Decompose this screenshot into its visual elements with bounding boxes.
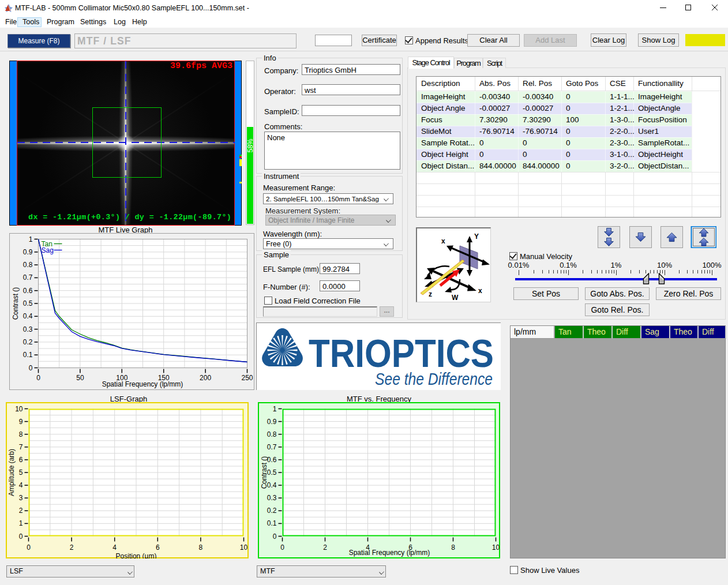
svg-text:2: 2 bbox=[70, 543, 74, 552]
svg-text:0.3: 0.3 bbox=[23, 325, 33, 333]
svg-text:z: z bbox=[429, 290, 432, 298]
svg-text:0.7: 0.7 bbox=[23, 273, 33, 282]
svg-text:9: 9 bbox=[19, 418, 23, 426]
svg-text:0: 0 bbox=[273, 532, 277, 541]
svg-text:1: 1 bbox=[273, 405, 277, 413]
svg-text:1: 1 bbox=[29, 235, 33, 243]
svg-text:7: 7 bbox=[19, 443, 23, 451]
svg-text:250: 250 bbox=[241, 374, 253, 382]
svg-text:0.6: 0.6 bbox=[267, 456, 277, 464]
svg-text:0.8: 0.8 bbox=[267, 430, 277, 438]
svg-text:50: 50 bbox=[76, 374, 84, 382]
svg-text:10: 10 bbox=[492, 543, 500, 552]
svg-text:0.4: 0.4 bbox=[23, 312, 33, 320]
svg-text:W: W bbox=[452, 294, 459, 301]
svg-text:4: 4 bbox=[112, 543, 117, 552]
svg-text:0.2: 0.2 bbox=[23, 338, 33, 346]
svg-text:TRIOPTICS: TRIOPTICS bbox=[309, 331, 494, 376]
svg-text:Position (µm): Position (µm) bbox=[116, 552, 157, 559]
svg-text:6: 6 bbox=[156, 543, 160, 552]
svg-text:See the Difference: See the Difference bbox=[375, 370, 493, 388]
svg-text:0.4: 0.4 bbox=[267, 481, 277, 489]
svg-text:0.6: 0.6 bbox=[23, 287, 33, 295]
svg-text:Contrast (): Contrast () bbox=[12, 287, 20, 320]
svg-text:6: 6 bbox=[19, 456, 23, 464]
svg-text:3: 3 bbox=[19, 494, 23, 502]
svg-text:0.9: 0.9 bbox=[23, 248, 33, 256]
svg-text:x: x bbox=[478, 287, 482, 295]
svg-text:0: 0 bbox=[27, 543, 31, 552]
svg-text:0.5: 0.5 bbox=[23, 299, 33, 308]
svg-text:x: x bbox=[441, 237, 445, 245]
svg-text:0: 0 bbox=[36, 374, 40, 382]
svg-text:5: 5 bbox=[19, 468, 23, 477]
svg-text:0.9: 0.9 bbox=[267, 418, 277, 426]
svg-text:0: 0 bbox=[280, 543, 284, 552]
svg-text:2: 2 bbox=[19, 507, 23, 515]
svg-text:4: 4 bbox=[19, 481, 23, 489]
svg-text:0: 0 bbox=[29, 364, 33, 372]
svg-text:2: 2 bbox=[323, 543, 327, 552]
svg-text:Spatial Frequency (lp/mm): Spatial Frequency (lp/mm) bbox=[102, 380, 183, 388]
svg-text:0: 0 bbox=[19, 532, 23, 541]
svg-text:8: 8 bbox=[451, 543, 455, 552]
svg-text:8: 8 bbox=[199, 543, 203, 552]
svg-text:0.3: 0.3 bbox=[267, 494, 277, 502]
svg-text:0.7: 0.7 bbox=[267, 443, 277, 451]
svg-text:10: 10 bbox=[240, 543, 248, 552]
svg-text:Amplitude (arb): Amplitude (arb) bbox=[7, 449, 16, 496]
svg-text:Y: Y bbox=[474, 232, 479, 241]
svg-text:1: 1 bbox=[19, 519, 23, 527]
svg-text:Sag: Sag bbox=[42, 246, 54, 254]
svg-text:Contrast (): Contrast () bbox=[260, 456, 268, 489]
svg-text:10: 10 bbox=[15, 405, 23, 413]
svg-text:0.8: 0.8 bbox=[23, 261, 33, 269]
svg-text:200: 200 bbox=[200, 374, 211, 382]
svg-text:0.1: 0.1 bbox=[267, 519, 277, 527]
svg-text:8: 8 bbox=[19, 430, 23, 438]
svg-text:Spatial Frequency (lp/mm): Spatial Frequency (lp/mm) bbox=[349, 549, 430, 557]
svg-text:0.5: 0.5 bbox=[267, 468, 277, 477]
svg-text:0.1: 0.1 bbox=[23, 351, 33, 359]
svg-text:0.2: 0.2 bbox=[267, 507, 277, 515]
